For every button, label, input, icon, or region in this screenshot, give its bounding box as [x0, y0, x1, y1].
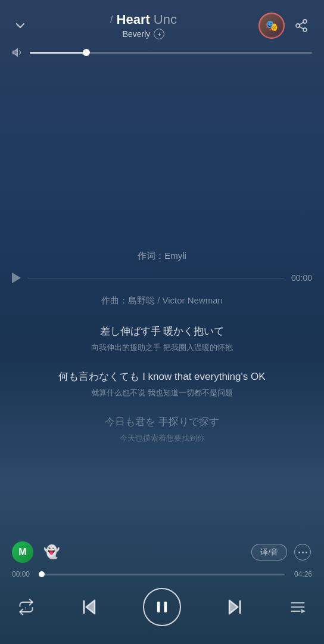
- chevron-down-button[interactable]: [12, 17, 29, 34]
- time-current: 00:00: [12, 570, 33, 578]
- ghost-emoji[interactable]: 👻: [40, 541, 62, 563]
- music-app-icon[interactable]: M: [12, 541, 33, 563]
- lyric-zh-1: 就算什么也不说 我也知道一切都不是问题: [12, 387, 312, 400]
- song-title-row: / Heart Unc: [110, 12, 177, 27]
- lyric-composer-music: 作曲：島野聡 / Victor Newman: [12, 295, 312, 306]
- svg-rect-9: [157, 602, 160, 613]
- controls-row: 1: [12, 588, 312, 626]
- lyrics-section: 作词：Emyli 00:00 作曲：島野聡 / Victor Newman 差し…: [0, 244, 324, 445]
- svg-point-2: [303, 28, 307, 32]
- follow-button[interactable]: +: [154, 29, 164, 39]
- dot-1: [298, 552, 300, 553]
- svg-point-1: [296, 24, 300, 27]
- header: / Heart Unc Beverly + 🎭: [0, 0, 324, 44]
- svg-marker-5: [13, 49, 18, 56]
- svg-rect-12: [239, 600, 241, 614]
- svg-point-0: [303, 20, 307, 23]
- volume-icon: [12, 47, 24, 58]
- svg-line-3: [300, 27, 304, 29]
- song-title: Heart: [117, 12, 150, 27]
- queue-button[interactable]: [289, 599, 306, 615]
- emoji-row: M 👻 译/音: [12, 541, 312, 563]
- volume-thumb: [83, 49, 90, 56]
- repeat-once-button[interactable]: 1: [18, 599, 35, 615]
- separator: /: [110, 14, 113, 25]
- svg-rect-10: [164, 602, 167, 613]
- svg-marker-16: [301, 609, 306, 614]
- lyric-zh-0: 向我伸出的援助之手 把我圈入温暖的怀抱: [12, 342, 312, 354]
- song-extra: Unc: [154, 12, 177, 27]
- artist-row: Beverly +: [123, 29, 165, 39]
- album-area: [0, 66, 324, 244]
- header-center: / Heart Unc Beverly +: [29, 12, 258, 39]
- lyric-time-start: 00:00: [291, 273, 312, 283]
- emoji-left: M 👻: [12, 541, 62, 563]
- artist-name: Beverly: [123, 29, 151, 39]
- bottom-area: M 👻 译/音 00:00 04:26: [0, 541, 324, 644]
- lyric-block-2: 今日も君を 手探りで探す 今天也摸索着想要找到你: [12, 414, 312, 445]
- dot-2: [302, 552, 304, 553]
- svg-rect-8: [83, 600, 85, 614]
- lyric-divider: [28, 278, 284, 278]
- avatar[interactable]: 🎭: [258, 13, 285, 39]
- volume-fill: [30, 52, 86, 54]
- lyric-play-row: 00:00: [12, 273, 312, 283]
- dot-3: [306, 552, 307, 553]
- share-button[interactable]: [291, 15, 312, 36]
- volume-track[interactable]: [30, 52, 312, 54]
- avatar-image: 🎭: [260, 14, 283, 37]
- lyric-play-indicator: [12, 273, 21, 283]
- lyric-block-0: 差し伸ばす手 暖かく抱いて 向我伸出的援助之手 把我圈入温暖的怀抱: [12, 323, 312, 354]
- svg-marker-7: [86, 600, 95, 614]
- translate-button[interactable]: 译/音: [251, 544, 287, 561]
- svg-marker-11: [229, 600, 238, 614]
- pause-button[interactable]: [143, 588, 181, 626]
- lyric-zh-2: 今天也摸索着想要找到你: [12, 432, 312, 445]
- progress-track[interactable]: [39, 574, 285, 575]
- svg-text:1: 1: [24, 606, 26, 610]
- follow-plus: +: [157, 30, 161, 38]
- next-button[interactable]: [225, 597, 245, 617]
- more-button[interactable]: [293, 543, 312, 562]
- previous-button[interactable]: [79, 597, 99, 617]
- more-dots-circle: [294, 544, 311, 561]
- lyric-block-1: 何も言わなくても I know that everything's OK 就算什…: [12, 369, 312, 400]
- lyric-jp-0: 差し伸ばす手 暖かく抱いて: [12, 323, 312, 339]
- progress-thumb: [39, 571, 45, 577]
- lyric-jp-1: 何も言わなくても I know that everything's OK: [12, 369, 312, 385]
- time-total: 04:26: [291, 570, 312, 578]
- volume-row: [0, 44, 324, 66]
- svg-line-4: [300, 23, 304, 25]
- lyric-jp-2: 今日も君を 手探りで探す: [12, 414, 312, 430]
- lyric-composer-lyric: 作词：Emyli: [12, 250, 312, 262]
- progress-row: 00:00 04:26: [12, 570, 312, 578]
